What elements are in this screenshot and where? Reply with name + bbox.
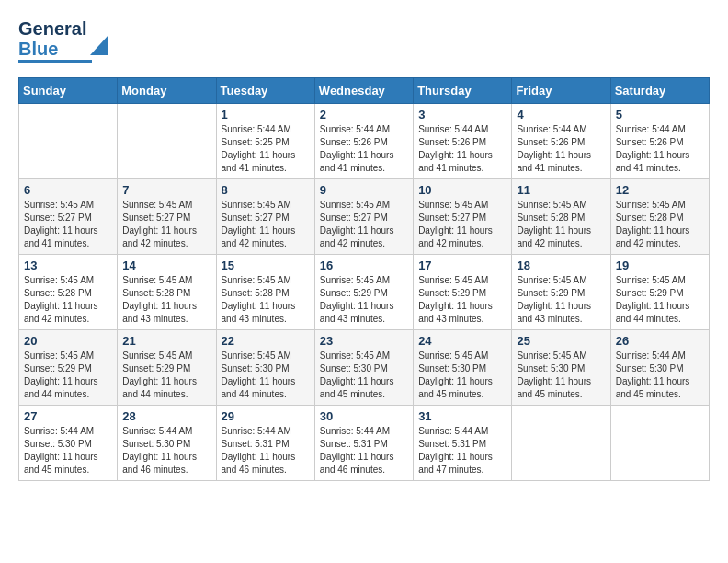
- logo-general: General: [18, 18, 86, 39]
- day-number: 26: [616, 334, 704, 348]
- day-number: 18: [517, 259, 605, 272]
- day-info: Sunrise: 5:45 AM Sunset: 5:27 PM Dayligh…: [222, 199, 310, 250]
- weekday-header-wednesday: Wednesday: [314, 78, 413, 104]
- day-cell: 15Sunrise: 5:45 AM Sunset: 5:28 PM Dayli…: [216, 255, 314, 330]
- day-number: 4: [517, 108, 605, 121]
- day-cell: 13Sunrise: 5:45 AM Sunset: 5:28 PM Dayli…: [19, 255, 118, 330]
- day-info: Sunrise: 5:44 AM Sunset: 5:30 PM Dayligh…: [122, 425, 210, 477]
- day-number: 31: [418, 409, 506, 423]
- logo-bird-icon: [90, 35, 108, 55]
- day-number: 16: [320, 259, 408, 272]
- day-cell: 30Sunrise: 5:44 AM Sunset: 5:31 PM Dayli…: [314, 406, 413, 481]
- weekday-header-saturday: Saturday: [610, 78, 709, 104]
- week-row-1: 1Sunrise: 5:44 AM Sunset: 5:25 PM Daylig…: [19, 104, 710, 179]
- day-cell: 29Sunrise: 5:44 AM Sunset: 5:31 PM Dayli…: [216, 406, 314, 481]
- day-info: Sunrise: 5:45 AM Sunset: 5:28 PM Dayligh…: [517, 199, 605, 250]
- day-cell: 2Sunrise: 5:44 AM Sunset: 5:26 PM Daylig…: [314, 104, 413, 179]
- logo: General Blue: [18, 18, 108, 63]
- day-number: 30: [320, 409, 408, 423]
- day-number: 24: [418, 334, 506, 348]
- day-cell: 23Sunrise: 5:45 AM Sunset: 5:30 PM Dayli…: [314, 330, 413, 406]
- day-cell: 6Sunrise: 5:45 AM Sunset: 5:27 PM Daylig…: [19, 179, 118, 255]
- day-number: 2: [320, 108, 408, 121]
- day-cell: 7Sunrise: 5:45 AM Sunset: 5:27 PM Daylig…: [118, 179, 216, 255]
- day-number: 23: [320, 334, 408, 348]
- day-cell: 18Sunrise: 5:45 AM Sunset: 5:29 PM Dayli…: [512, 255, 610, 330]
- weekday-header-sunday: Sunday: [19, 78, 118, 104]
- day-number: 28: [122, 409, 210, 423]
- day-number: 14: [122, 259, 210, 272]
- weekday-header-thursday: Thursday: [414, 78, 512, 104]
- day-info: Sunrise: 5:45 AM Sunset: 5:27 PM Dayligh…: [418, 199, 506, 250]
- day-cell: 31Sunrise: 5:44 AM Sunset: 5:31 PM Dayli…: [414, 406, 512, 481]
- day-number: 20: [24, 334, 112, 348]
- day-cell: 27Sunrise: 5:44 AM Sunset: 5:30 PM Dayli…: [19, 406, 118, 481]
- day-cell: 19Sunrise: 5:45 AM Sunset: 5:29 PM Dayli…: [610, 255, 709, 330]
- day-cell: [610, 406, 709, 481]
- day-number: 8: [222, 183, 310, 197]
- svg-marker-0: [90, 35, 108, 55]
- day-info: Sunrise: 5:45 AM Sunset: 5:27 PM Dayligh…: [122, 199, 210, 250]
- day-cell: 9Sunrise: 5:45 AM Sunset: 5:27 PM Daylig…: [314, 179, 413, 255]
- calendar-table: SundayMondayTuesdayWednesdayThursdayFrid…: [18, 77, 710, 481]
- day-cell: 1Sunrise: 5:44 AM Sunset: 5:25 PM Daylig…: [216, 104, 314, 179]
- day-cell: 22Sunrise: 5:45 AM Sunset: 5:30 PM Dayli…: [216, 330, 314, 406]
- weekday-header-monday: Monday: [118, 78, 216, 104]
- day-info: Sunrise: 5:45 AM Sunset: 5:29 PM Dayligh…: [24, 350, 112, 401]
- day-info: Sunrise: 5:45 AM Sunset: 5:27 PM Dayligh…: [24, 199, 112, 250]
- week-row-3: 13Sunrise: 5:45 AM Sunset: 5:28 PM Dayli…: [19, 255, 710, 330]
- day-info: Sunrise: 5:45 AM Sunset: 5:29 PM Dayligh…: [418, 274, 506, 326]
- weekday-header-row: SundayMondayTuesdayWednesdayThursdayFrid…: [19, 78, 710, 104]
- day-cell: 10Sunrise: 5:45 AM Sunset: 5:27 PM Dayli…: [414, 179, 512, 255]
- day-number: 3: [418, 108, 506, 121]
- day-cell: 28Sunrise: 5:44 AM Sunset: 5:30 PM Dayli…: [118, 406, 216, 481]
- day-number: 1: [222, 108, 310, 121]
- day-number: 11: [517, 183, 605, 197]
- day-number: 7: [122, 183, 210, 197]
- day-info: Sunrise: 5:44 AM Sunset: 5:31 PM Dayligh…: [320, 425, 408, 477]
- day-cell: 21Sunrise: 5:45 AM Sunset: 5:29 PM Dayli…: [118, 330, 216, 406]
- day-number: 22: [222, 334, 310, 348]
- day-info: Sunrise: 5:44 AM Sunset: 5:25 PM Dayligh…: [222, 123, 310, 175]
- week-row-2: 6Sunrise: 5:45 AM Sunset: 5:27 PM Daylig…: [19, 179, 710, 255]
- day-number: 27: [24, 409, 112, 423]
- day-info: Sunrise: 5:44 AM Sunset: 5:26 PM Dayligh…: [517, 123, 605, 175]
- day-info: Sunrise: 5:45 AM Sunset: 5:30 PM Dayligh…: [320, 350, 408, 401]
- week-row-5: 27Sunrise: 5:44 AM Sunset: 5:30 PM Dayli…: [19, 406, 710, 481]
- day-cell: 12Sunrise: 5:45 AM Sunset: 5:28 PM Dayli…: [610, 179, 709, 255]
- day-info: Sunrise: 5:45 AM Sunset: 5:30 PM Dayligh…: [222, 350, 310, 401]
- day-cell: 26Sunrise: 5:44 AM Sunset: 5:30 PM Dayli…: [610, 330, 709, 406]
- day-cell: [118, 104, 216, 179]
- day-number: 15: [222, 259, 310, 272]
- day-cell: 5Sunrise: 5:44 AM Sunset: 5:26 PM Daylig…: [610, 104, 709, 179]
- day-info: Sunrise: 5:45 AM Sunset: 5:28 PM Dayligh…: [616, 199, 704, 250]
- day-number: 12: [616, 183, 704, 197]
- logo-blue: Blue: [18, 39, 58, 59]
- page-header: General Blue: [18, 18, 710, 63]
- day-number: 5: [616, 108, 704, 121]
- day-info: Sunrise: 5:45 AM Sunset: 5:30 PM Dayligh…: [517, 350, 605, 401]
- day-number: 10: [418, 183, 506, 197]
- day-info: Sunrise: 5:45 AM Sunset: 5:28 PM Dayligh…: [122, 274, 210, 326]
- day-number: 21: [122, 334, 210, 348]
- weekday-header-tuesday: Tuesday: [216, 78, 314, 104]
- day-cell: 24Sunrise: 5:45 AM Sunset: 5:30 PM Dayli…: [414, 330, 512, 406]
- day-info: Sunrise: 5:45 AM Sunset: 5:29 PM Dayligh…: [122, 350, 210, 401]
- day-cell: 14Sunrise: 5:45 AM Sunset: 5:28 PM Dayli…: [118, 255, 216, 330]
- day-number: 17: [418, 259, 506, 272]
- day-cell: 4Sunrise: 5:44 AM Sunset: 5:26 PM Daylig…: [512, 104, 610, 179]
- day-cell: 11Sunrise: 5:45 AM Sunset: 5:28 PM Dayli…: [512, 179, 610, 255]
- day-cell: 16Sunrise: 5:45 AM Sunset: 5:29 PM Dayli…: [314, 255, 413, 330]
- day-info: Sunrise: 5:44 AM Sunset: 5:30 PM Dayligh…: [24, 425, 112, 477]
- day-info: Sunrise: 5:44 AM Sunset: 5:26 PM Dayligh…: [320, 123, 408, 175]
- day-info: Sunrise: 5:45 AM Sunset: 5:29 PM Dayligh…: [616, 274, 704, 326]
- day-number: 6: [24, 183, 112, 197]
- day-info: Sunrise: 5:44 AM Sunset: 5:31 PM Dayligh…: [222, 425, 310, 477]
- day-info: Sunrise: 5:44 AM Sunset: 5:26 PM Dayligh…: [616, 123, 704, 175]
- day-info: Sunrise: 5:44 AM Sunset: 5:30 PM Dayligh…: [616, 350, 704, 401]
- day-info: Sunrise: 5:44 AM Sunset: 5:26 PM Dayligh…: [418, 123, 506, 175]
- day-number: 25: [517, 334, 605, 348]
- day-info: Sunrise: 5:45 AM Sunset: 5:30 PM Dayligh…: [418, 350, 506, 401]
- day-cell: 3Sunrise: 5:44 AM Sunset: 5:26 PM Daylig…: [414, 104, 512, 179]
- day-cell: 17Sunrise: 5:45 AM Sunset: 5:29 PM Dayli…: [414, 255, 512, 330]
